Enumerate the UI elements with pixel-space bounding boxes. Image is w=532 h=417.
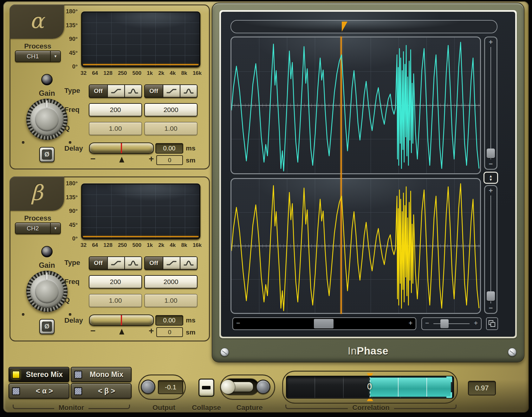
freq-field-band2[interactable]: 2000: [144, 103, 198, 116]
arrow-up-icon[interactable]: ▲: [489, 175, 493, 178]
zoom-out-label[interactable]: −: [425, 319, 429, 327]
phase-graph-x-axis: 32 64 128 250 500 1k 2k 4k 8k 16k: [81, 70, 202, 76]
slider-track: [433, 323, 470, 324]
wave-panel-channel-a[interactable]: [230, 36, 481, 174]
q-label: Q: [64, 124, 88, 132]
delay-minus-button[interactable]: −: [90, 326, 95, 336]
filter-shelf-button[interactable]: [108, 257, 124, 269]
freq-field-band2[interactable]: 2000: [144, 275, 198, 288]
bracket-line: [13, 405, 54, 409]
correlation-meter: 0: [286, 376, 454, 399]
delay-wheel[interactable]: [89, 314, 154, 326]
q-field-band2[interactable]: 1.00: [144, 122, 198, 135]
led-indicator: [12, 371, 20, 379]
delay-label: Delay: [64, 316, 88, 325]
scrollbar-thumb[interactable]: [314, 319, 334, 328]
slider-thumb[interactable]: [487, 149, 495, 158]
slider-track: [490, 195, 491, 303]
correlation-section-label: Correlation: [352, 402, 389, 412]
filter-bell-button[interactable]: [125, 85, 141, 97]
zoom-in-label[interactable]: +: [485, 187, 496, 195]
polarity-button-alpha[interactable]: Ø: [39, 147, 55, 162]
x-tick: 64: [92, 70, 98, 76]
capture-side-button[interactable]: [256, 380, 270, 394]
process-select-beta[interactable]: CH2 ▼: [15, 222, 61, 234]
filter-bell-button[interactable]: [180, 257, 197, 269]
waveform-channel-a: [231, 37, 480, 173]
capture-lever-handle[interactable]: [221, 380, 235, 394]
filter-shelf-button[interactable]: [163, 85, 180, 97]
vertical-zoom-slider-b[interactable]: + −: [484, 185, 497, 314]
polarity-button-beta[interactable]: Ø: [39, 319, 55, 334]
monitor-beta-button[interactable]: < β >: [71, 383, 132, 399]
delay-ms-field[interactable]: 0.00: [155, 143, 183, 154]
y-tick: 180°: [66, 9, 78, 14]
delay-plus-button[interactable]: +: [149, 154, 154, 164]
gain-led: [41, 246, 53, 257]
vertical-zoom-slider-a[interactable]: + −: [484, 36, 497, 170]
filter-shelf-button[interactable]: [108, 85, 124, 97]
collapse-button[interactable]: [198, 379, 214, 397]
filter-bell-button[interactable]: [180, 85, 197, 97]
zoom-in-label[interactable]: +: [474, 319, 478, 327]
knob-cap-inner: [35, 107, 59, 131]
panel-spinner-button[interactable]: ▲ ▼: [483, 172, 498, 184]
freq-field-band1[interactable]: 200: [89, 103, 142, 116]
bracket-line: [88, 405, 130, 409]
x-tick: 8k: [181, 70, 187, 76]
scroll-plus-label[interactable]: +: [409, 319, 412, 327]
wave-panel-channel-b[interactable]: [230, 178, 481, 314]
shelf-curve-icon: [111, 260, 121, 266]
x-tick: 1k: [147, 70, 153, 76]
arrow-down-icon[interactable]: ▼: [489, 178, 493, 181]
filter-type-group-band1: Off: [89, 256, 142, 270]
filter-bell-button[interactable]: [125, 257, 141, 269]
delay-ms-field[interactable]: 0.00: [155, 315, 183, 326]
monitor-alpha-button[interactable]: < α >: [9, 383, 69, 399]
filter-off-button[interactable]: Off: [145, 257, 163, 269]
cursor-flag-icon[interactable]: [342, 22, 347, 32]
x-tick: 8k: [181, 242, 187, 248]
horizontal-zoom-slider[interactable]: − +: [421, 317, 482, 330]
q-field-band1[interactable]: 1.00: [89, 122, 142, 135]
q-field-band1[interactable]: 1.00: [89, 294, 142, 307]
link-views-button[interactable]: [486, 317, 498, 330]
horizontal-scrollbar[interactable]: − +: [232, 317, 416, 330]
filter-type-group-band2: Off: [144, 84, 198, 98]
freq-field-band1[interactable]: 200: [89, 275, 142, 288]
knob-dot: [22, 313, 24, 316]
slider-thumb[interactable]: [487, 291, 495, 301]
type-label: Type: [64, 87, 88, 95]
filter-off-button[interactable]: Off: [89, 85, 107, 97]
process-value: CH2: [16, 223, 50, 234]
process-select-alpha[interactable]: CH1 ▼: [15, 50, 61, 62]
scroll-minus-label[interactable]: −: [236, 319, 240, 327]
filter-off-button[interactable]: Off: [145, 85, 163, 97]
ms-unit-label: ms: [186, 316, 202, 324]
phase-graph-y-axis: 180° 135° 90° 45° 0°: [55, 181, 78, 242]
output-knob[interactable]: [141, 380, 155, 394]
filter-off-button[interactable]: Off: [89, 257, 107, 269]
gain-knob-beta[interactable]: [26, 271, 68, 312]
monitor-mono-mix-button[interactable]: Mono Mix: [71, 367, 132, 382]
delay-wheel[interactable]: [89, 142, 154, 154]
overview-strip[interactable]: [230, 20, 497, 33]
delay-sm-field[interactable]: 0: [156, 327, 183, 337]
correlation-value-field: 0.97: [468, 381, 496, 395]
delay-plus-button[interactable]: +: [149, 326, 154, 336]
zoom-out-label[interactable]: −: [485, 160, 496, 168]
zoom-out-label[interactable]: −: [485, 304, 496, 312]
gain-knob-alpha[interactable]: [26, 99, 68, 140]
filter-shelf-button[interactable]: [163, 257, 180, 269]
q-field-band2[interactable]: 1.00: [144, 294, 198, 307]
sm-unit-label: sm: [186, 328, 202, 336]
output-value-field[interactable]: -0.1: [158, 380, 183, 394]
zoom-in-label[interactable]: +: [485, 38, 496, 46]
monitor-stereo-mix-button[interactable]: Stereo Mix: [9, 367, 69, 382]
delay-sm-field[interactable]: 0: [156, 155, 183, 165]
slider-thumb[interactable]: [440, 319, 449, 328]
x-tick: 4k: [170, 242, 176, 248]
inphase-plugin-window: α Process CH1 ▼ Gain Ø 180° 135° 90° 45°…: [3, 1, 529, 413]
delay-minus-button[interactable]: −: [90, 154, 95, 164]
waveform-channel-b: [231, 179, 480, 313]
